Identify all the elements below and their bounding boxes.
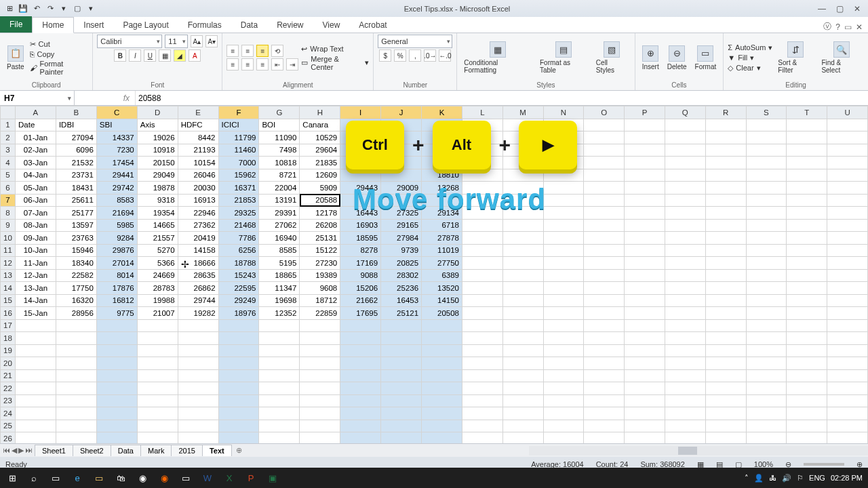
cell[interactable]: 05-Jan <box>15 182 56 195</box>
row-header[interactable]: 4 <box>1 157 16 169</box>
cell[interactable] <box>705 244 746 257</box>
name-box[interactable]: H7 <box>0 91 75 105</box>
cell[interactable] <box>15 332 56 345</box>
cell[interactable] <box>96 319 137 332</box>
cell[interactable]: 09-Jan <box>15 232 56 245</box>
cell[interactable] <box>584 119 625 131</box>
cell[interactable] <box>381 382 422 395</box>
cell[interactable]: 21853 <box>218 194 259 207</box>
cell[interactable] <box>746 269 787 282</box>
cell[interactable]: 18595 <box>340 232 381 245</box>
cell[interactable]: 14158 <box>178 244 218 257</box>
cell[interactable] <box>584 244 625 257</box>
bold-button[interactable]: B <box>114 49 126 62</box>
cell[interactable]: 15243 <box>218 269 259 282</box>
align-left-icon[interactable]: ≡ <box>226 58 239 70</box>
cell[interactable] <box>787 144 827 157</box>
cell[interactable] <box>584 420 625 432</box>
cell[interactable]: 22946 <box>178 207 218 220</box>
cell[interactable] <box>502 257 543 270</box>
row-header[interactable]: 24 <box>1 407 16 420</box>
cell[interactable]: 5195 <box>259 257 300 270</box>
cell[interactable] <box>665 420 705 432</box>
cell[interactable] <box>665 382 705 395</box>
cell-styles-button[interactable]: ▧Cell Styles <box>593 40 631 75</box>
cell[interactable]: 26862 <box>178 282 218 295</box>
column-header-K[interactable]: K <box>422 106 462 119</box>
cell[interactable] <box>625 157 665 169</box>
cell[interactable] <box>137 344 178 357</box>
network-icon[interactable]: 🖧 <box>769 474 776 482</box>
cell[interactable]: 21694 <box>96 207 137 220</box>
column-header-G[interactable]: G <box>259 106 300 119</box>
cell[interactable]: 16371 <box>218 182 259 195</box>
cell[interactable] <box>96 420 137 432</box>
tab-page-layout[interactable]: Page Layout <box>113 18 178 33</box>
cell[interactable] <box>665 332 705 345</box>
cell[interactable] <box>502 319 543 332</box>
cell[interactable] <box>96 432 137 444</box>
formula-input[interactable]: 20588 <box>136 91 868 105</box>
cell[interactable] <box>584 369 625 382</box>
cell[interactable]: 28635 <box>178 269 218 282</box>
cell[interactable]: 11799 <box>218 131 259 144</box>
cell[interactable] <box>705 344 746 357</box>
cell[interactable] <box>543 207 584 220</box>
cell[interactable] <box>705 407 746 420</box>
cell[interactable] <box>746 244 787 257</box>
cell[interactable] <box>259 332 300 345</box>
new-sheet-icon[interactable]: ⊕ <box>232 446 246 455</box>
cell[interactable]: 29876 <box>96 244 137 257</box>
cell[interactable]: 20825 <box>381 257 422 270</box>
format-painter-button[interactable]: 🖌Format Painter <box>30 60 89 76</box>
cell[interactable] <box>502 432 543 444</box>
cell[interactable]: 8278 <box>340 244 381 257</box>
cell[interactable] <box>705 219 746 232</box>
row-header[interactable]: 2 <box>1 131 16 144</box>
cell[interactable] <box>746 357 787 370</box>
cell[interactable] <box>827 319 868 332</box>
cell[interactable]: 21468 <box>218 219 259 232</box>
cell[interactable] <box>502 232 543 245</box>
cell[interactable] <box>746 232 787 245</box>
cell[interactable] <box>705 269 746 282</box>
cell[interactable] <box>15 357 56 370</box>
cell[interactable] <box>543 432 584 444</box>
cell[interactable]: 25611 <box>56 194 96 207</box>
tab-acrobat[interactable]: Acrobat <box>349 18 396 33</box>
cell[interactable]: 10-Jan <box>15 244 56 257</box>
cell[interactable] <box>56 382 96 395</box>
row-header[interactable]: 9 <box>1 219 16 232</box>
cell[interactable]: 19354 <box>137 207 178 220</box>
column-header-S[interactable]: S <box>746 106 787 119</box>
cell[interactable] <box>218 344 259 357</box>
cell[interactable] <box>56 369 96 382</box>
cell[interactable] <box>462 344 502 357</box>
cell[interactable]: 18340 <box>56 257 96 270</box>
cell[interactable] <box>705 357 746 370</box>
font-size-combo[interactable]: 11 <box>165 35 188 48</box>
cell[interactable]: 12-Jan <box>15 269 56 282</box>
cell[interactable] <box>787 307 827 320</box>
cell[interactable]: 13-Jan <box>15 282 56 295</box>
cell[interactable] <box>340 357 381 370</box>
sheet-nav-next-icon[interactable]: ▶ <box>18 446 24 455</box>
qat-more-icon[interactable]: ▾ <box>85 3 96 14</box>
cell[interactable]: 16913 <box>178 194 218 207</box>
cell[interactable]: 18788 <box>218 257 259 270</box>
orientation-icon[interactable]: ⟲ <box>271 45 283 57</box>
cell[interactable] <box>625 319 665 332</box>
cell[interactable]: 20588 <box>300 194 340 207</box>
row-header[interactable]: 11 <box>1 244 16 257</box>
cell[interactable] <box>746 407 787 420</box>
cell[interactable] <box>502 332 543 345</box>
row-header[interactable]: 18 <box>1 332 16 345</box>
cell[interactable] <box>827 344 868 357</box>
cell[interactable] <box>381 420 422 432</box>
cell[interactable]: 29391 <box>259 207 300 220</box>
cell[interactable] <box>787 282 827 295</box>
cell[interactable]: 9088 <box>340 269 381 282</box>
cell[interactable] <box>827 182 868 195</box>
cell[interactable] <box>300 357 340 370</box>
cell[interactable] <box>746 432 787 444</box>
